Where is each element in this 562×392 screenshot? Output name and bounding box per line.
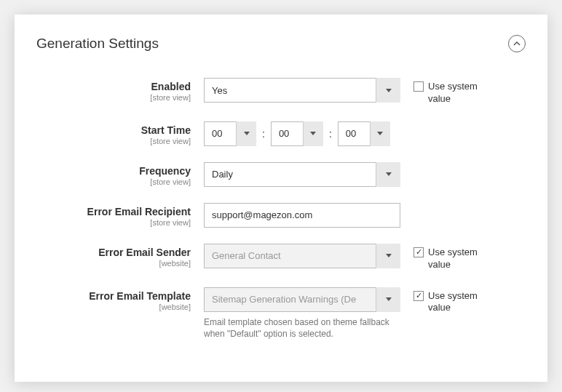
extra-col: Use system value [400, 244, 494, 271]
checkbox-icon [413, 81, 424, 92]
error-template-helper: Email template chosen based on theme fal… [204, 316, 400, 341]
control-col [204, 78, 400, 103]
use-system-label: Use system value [428, 247, 494, 271]
start-time-group: : : [204, 121, 400, 146]
label-col: Enabled [store view] [36, 78, 204, 102]
time-separator: : [261, 128, 266, 140]
checkbox-checked-icon [413, 291, 424, 301]
panel-title: Generation Settings [36, 36, 159, 52]
control-col [204, 203, 400, 228]
error-sender-scope: [website] [36, 259, 191, 268]
control-col: Email template chosen based on theme fal… [204, 287, 400, 341]
generation-settings-panel: Generation Settings Enabled [store view]… [15, 15, 547, 382]
label-col: Frequency [store view] [36, 162, 204, 186]
error-recipient-scope: [store view] [36, 218, 191, 227]
enabled-select[interactable] [204, 78, 400, 103]
enabled-label: Enabled [36, 81, 191, 92]
start-time-hour-value[interactable] [204, 121, 256, 146]
error-template-label: Error Email Template [36, 290, 191, 302]
collapse-toggle-button[interactable] [508, 35, 526, 52]
start-time-label: Start Time [36, 124, 191, 136]
row-start-time: Start Time [store view] : : [36, 121, 526, 146]
error-sender-use-system-checkbox[interactable]: Use system value [413, 247, 494, 271]
enabled-scope: [store view] [36, 93, 191, 102]
control-col: : : [204, 121, 400, 146]
frequency-scope: [store view] [36, 177, 191, 186]
error-template-use-system-checkbox[interactable]: Use system value [413, 290, 494, 315]
error-recipient-input[interactable] [204, 203, 400, 228]
label-col: Error Email Recipient [store view] [36, 203, 204, 227]
row-frequency: Frequency [store view] [36, 162, 526, 187]
error-sender-select [204, 244, 400, 268]
extra-col: Use system value [400, 287, 494, 315]
row-enabled: Enabled [store view] Use system value [36, 78, 526, 105]
control-col [204, 162, 400, 187]
frequency-select[interactable] [204, 162, 400, 187]
enabled-select-value[interactable] [204, 78, 400, 103]
start-time-minute-select[interactable] [271, 121, 323, 146]
use-system-label: Use system value [428, 290, 494, 315]
start-time-hour-select[interactable] [204, 121, 256, 146]
row-error-sender: Error Email Sender [website] Use system … [36, 244, 526, 271]
label-col: Start Time [store view] [36, 121, 204, 145]
label-col: Error Email Template [website] [36, 287, 204, 311]
panel-header: Generation Settings [36, 35, 526, 52]
error-sender-label: Error Email Sender [36, 247, 191, 258]
checkbox-checked-icon [413, 247, 424, 257]
row-error-template: Error Email Template [website] Email tem… [36, 287, 526, 341]
start-time-second-value[interactable] [338, 121, 390, 146]
extra-col: Use system value [400, 78, 494, 105]
start-time-second-select[interactable] [338, 121, 390, 146]
error-template-scope: [website] [36, 303, 191, 311]
frequency-label: Frequency [36, 165, 191, 177]
error-sender-value [204, 244, 400, 268]
error-recipient-label: Error Email Recipient [36, 206, 191, 217]
label-col: Error Email Sender [website] [36, 244, 204, 268]
frequency-select-value[interactable] [204, 162, 400, 187]
start-time-scope: [store view] [36, 137, 191, 145]
start-time-minute-value[interactable] [271, 121, 323, 146]
use-system-label: Use system value [428, 81, 494, 105]
enabled-use-system-checkbox[interactable]: Use system value [413, 81, 494, 105]
error-template-value [204, 287, 400, 312]
error-template-select [204, 287, 400, 312]
row-error-recipient: Error Email Recipient [store view] [36, 203, 526, 228]
chevron-up-icon [513, 40, 521, 47]
time-separator: : [328, 128, 333, 140]
control-col [204, 244, 400, 268]
